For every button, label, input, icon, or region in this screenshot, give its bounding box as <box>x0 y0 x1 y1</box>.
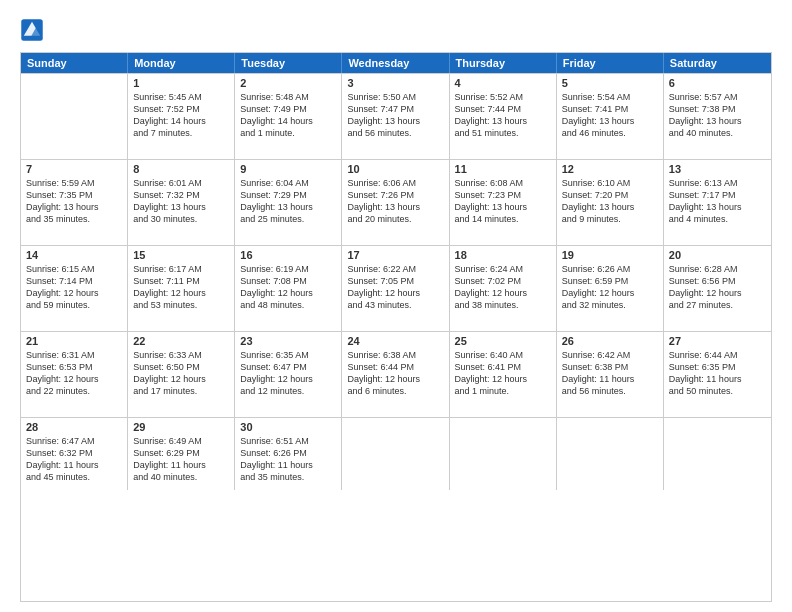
cell-info-line: Daylight: 13 hours <box>455 201 551 213</box>
calendar-header: SundayMondayTuesdayWednesdayThursdayFrid… <box>21 53 771 73</box>
cell-info-line: Sunset: 6:44 PM <box>347 361 443 373</box>
cell-info-line: Sunset: 7:14 PM <box>26 275 122 287</box>
cell-info-line: Sunset: 7:49 PM <box>240 103 336 115</box>
cell-info-line: Daylight: 11 hours <box>26 459 122 471</box>
cell-info-line: and 38 minutes. <box>455 299 551 311</box>
cell-info-line: Daylight: 11 hours <box>240 459 336 471</box>
cell-info-line: Sunset: 7:32 PM <box>133 189 229 201</box>
cell-info-line: Sunset: 7:02 PM <box>455 275 551 287</box>
cell-info-line: and 46 minutes. <box>562 127 658 139</box>
cell-info-line: and 48 minutes. <box>240 299 336 311</box>
day-number: 21 <box>26 335 122 347</box>
cell-info-line: and 25 minutes. <box>240 213 336 225</box>
day-number: 9 <box>240 163 336 175</box>
cell-info-line: and 51 minutes. <box>455 127 551 139</box>
day-number: 26 <box>562 335 658 347</box>
calendar-cell: 7Sunrise: 5:59 AMSunset: 7:35 PMDaylight… <box>21 160 128 245</box>
cell-info-line: Daylight: 12 hours <box>455 287 551 299</box>
calendar-cell: 23Sunrise: 6:35 AMSunset: 6:47 PMDayligh… <box>235 332 342 417</box>
calendar-week-3: 14Sunrise: 6:15 AMSunset: 7:14 PMDayligh… <box>21 245 771 331</box>
cell-info-line: Daylight: 12 hours <box>26 373 122 385</box>
cell-info-line: Sunset: 6:56 PM <box>669 275 766 287</box>
cell-info-line: Sunset: 6:50 PM <box>133 361 229 373</box>
cell-info-line: Daylight: 12 hours <box>347 287 443 299</box>
day-number: 20 <box>669 249 766 261</box>
cell-info-line: Sunset: 6:47 PM <box>240 361 336 373</box>
cell-info-line: Daylight: 11 hours <box>562 373 658 385</box>
weekday-header-monday: Monday <box>128 53 235 73</box>
cell-info-line: Sunset: 7:44 PM <box>455 103 551 115</box>
weekday-header-friday: Friday <box>557 53 664 73</box>
cell-info-line: Sunrise: 6:08 AM <box>455 177 551 189</box>
header <box>20 18 772 42</box>
cell-info-line: Sunrise: 6:40 AM <box>455 349 551 361</box>
cell-info-line: Daylight: 12 hours <box>347 373 443 385</box>
cell-info-line: Sunrise: 6:51 AM <box>240 435 336 447</box>
calendar-cell: 3Sunrise: 5:50 AMSunset: 7:47 PMDaylight… <box>342 74 449 159</box>
calendar-cell <box>21 74 128 159</box>
cell-info-line: and 56 minutes. <box>347 127 443 139</box>
cell-info-line: Daylight: 12 hours <box>133 287 229 299</box>
calendar-cell: 18Sunrise: 6:24 AMSunset: 7:02 PMDayligh… <box>450 246 557 331</box>
calendar-cell: 20Sunrise: 6:28 AMSunset: 6:56 PMDayligh… <box>664 246 771 331</box>
cell-info-line: Sunset: 6:32 PM <box>26 447 122 459</box>
calendar-cell: 11Sunrise: 6:08 AMSunset: 7:23 PMDayligh… <box>450 160 557 245</box>
cell-info-line: Sunset: 7:08 PM <box>240 275 336 287</box>
calendar-cell: 27Sunrise: 6:44 AMSunset: 6:35 PMDayligh… <box>664 332 771 417</box>
cell-info-line: Sunset: 6:59 PM <box>562 275 658 287</box>
day-number: 30 <box>240 421 336 433</box>
calendar-cell: 9Sunrise: 6:04 AMSunset: 7:29 PMDaylight… <box>235 160 342 245</box>
weekday-header-saturday: Saturday <box>664 53 771 73</box>
cell-info-line: and 35 minutes. <box>240 471 336 483</box>
cell-info-line: Sunrise: 6:01 AM <box>133 177 229 189</box>
cell-info-line: and 12 minutes. <box>240 385 336 397</box>
calendar-cell: 6Sunrise: 5:57 AMSunset: 7:38 PMDaylight… <box>664 74 771 159</box>
calendar-cell: 5Sunrise: 5:54 AMSunset: 7:41 PMDaylight… <box>557 74 664 159</box>
cell-info-line: Daylight: 12 hours <box>240 373 336 385</box>
calendar-cell: 8Sunrise: 6:01 AMSunset: 7:32 PMDaylight… <box>128 160 235 245</box>
cell-info-line: and 35 minutes. <box>26 213 122 225</box>
cell-info-line: Sunrise: 5:57 AM <box>669 91 766 103</box>
day-number: 19 <box>562 249 658 261</box>
cell-info-line: Sunrise: 6:28 AM <box>669 263 766 275</box>
cell-info-line: Sunrise: 6:31 AM <box>26 349 122 361</box>
cell-info-line: Sunset: 6:29 PM <box>133 447 229 459</box>
cell-info-line: and 32 minutes. <box>562 299 658 311</box>
calendar-cell: 2Sunrise: 5:48 AMSunset: 7:49 PMDaylight… <box>235 74 342 159</box>
cell-info-line: Sunset: 7:41 PM <box>562 103 658 115</box>
cell-info-line: Sunset: 6:38 PM <box>562 361 658 373</box>
cell-info-line: Sunset: 7:20 PM <box>562 189 658 201</box>
cell-info-line: and 22 minutes. <box>26 385 122 397</box>
cell-info-line: Sunrise: 6:24 AM <box>455 263 551 275</box>
cell-info-line: Daylight: 13 hours <box>347 201 443 213</box>
calendar-cell: 13Sunrise: 6:13 AMSunset: 7:17 PMDayligh… <box>664 160 771 245</box>
cell-info-line: Sunrise: 6:17 AM <box>133 263 229 275</box>
cell-info-line: and 59 minutes. <box>26 299 122 311</box>
cell-info-line: Daylight: 13 hours <box>347 115 443 127</box>
cell-info-line: Sunrise: 6:49 AM <box>133 435 229 447</box>
day-number: 13 <box>669 163 766 175</box>
day-number: 24 <box>347 335 443 347</box>
calendar-cell: 19Sunrise: 6:26 AMSunset: 6:59 PMDayligh… <box>557 246 664 331</box>
calendar-cell <box>557 418 664 490</box>
calendar: SundayMondayTuesdayWednesdayThursdayFrid… <box>20 52 772 602</box>
cell-info-line: and 40 minutes. <box>669 127 766 139</box>
cell-info-line: Daylight: 11 hours <box>669 373 766 385</box>
calendar-cell: 10Sunrise: 6:06 AMSunset: 7:26 PMDayligh… <box>342 160 449 245</box>
cell-info-line: Sunrise: 6:33 AM <box>133 349 229 361</box>
day-number: 29 <box>133 421 229 433</box>
cell-info-line: Sunrise: 6:13 AM <box>669 177 766 189</box>
cell-info-line: Sunrise: 5:48 AM <box>240 91 336 103</box>
cell-info-line: Daylight: 13 hours <box>26 201 122 213</box>
calendar-week-1: 1Sunrise: 5:45 AMSunset: 7:52 PMDaylight… <box>21 73 771 159</box>
cell-info-line: Sunrise: 6:19 AM <box>240 263 336 275</box>
day-number: 11 <box>455 163 551 175</box>
cell-info-line: and 56 minutes. <box>562 385 658 397</box>
cell-info-line: and 53 minutes. <box>133 299 229 311</box>
cell-info-line: and 40 minutes. <box>133 471 229 483</box>
cell-info-line: and 6 minutes. <box>347 385 443 397</box>
cell-info-line: Sunset: 7:29 PM <box>240 189 336 201</box>
calendar-cell: 14Sunrise: 6:15 AMSunset: 7:14 PMDayligh… <box>21 246 128 331</box>
cell-info-line: Daylight: 13 hours <box>669 115 766 127</box>
day-number: 1 <box>133 77 229 89</box>
